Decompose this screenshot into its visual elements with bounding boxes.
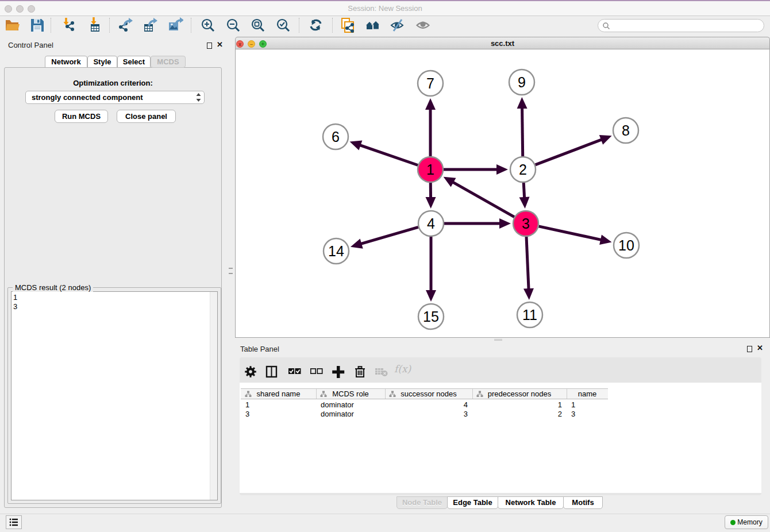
tab-edge-table[interactable]: Edge Table <box>447 496 498 509</box>
graph-node-7[interactable]: 7 <box>418 71 443 96</box>
minimize-window-icon[interactable] <box>16 5 24 13</box>
control-panel-close-icon[interactable]: ✕ <box>217 40 223 49</box>
cell-MCDS-role-row2[interactable]: dominator <box>321 410 380 419</box>
table-panel-float-icon[interactable] <box>747 346 752 352</box>
panel-splitter-handle[interactable] <box>229 268 233 274</box>
graph-node-4[interactable]: 4 <box>418 211 444 236</box>
memory-button[interactable]: Memory <box>725 515 768 529</box>
tab-network[interactable]: Network <box>45 56 87 68</box>
graph-arrowhead-1-4 <box>426 197 436 209</box>
graph-node-9[interactable]: 9 <box>509 70 534 95</box>
graph-node-1[interactable]: 1 <box>418 157 443 182</box>
select-all-icon[interactable] <box>286 364 301 379</box>
tab-select[interactable]: Select <box>117 56 151 68</box>
graph-edge-2-3[interactable] <box>523 183 524 198</box>
graph-node-6[interactable]: 6 <box>323 124 348 149</box>
cell-shared-name-row2[interactable]: 3 <box>245 410 311 419</box>
memory-status-icon <box>730 520 736 525</box>
network-window-titlebar[interactable]: scc.txt <box>235 37 770 49</box>
graph-node-label: 9 <box>518 74 526 90</box>
column-header-name[interactable]: name <box>567 389 608 399</box>
graph-node-label: 3 <box>522 215 530 232</box>
graph-edge-3-10[interactable] <box>538 226 602 240</box>
run-mcds-button[interactable]: Run MCDS <box>55 110 108 123</box>
refresh-icon[interactable] <box>308 17 324 33</box>
delete-icon[interactable] <box>352 364 367 379</box>
show-graphics-icon[interactable] <box>415 17 432 33</box>
import-table-icon[interactable] <box>87 17 103 33</box>
graph-node-label: 10 <box>618 237 634 253</box>
zoom-fit-icon[interactable] <box>250 17 266 33</box>
graph-arrowhead-2-9 <box>517 97 528 109</box>
graph-node-3[interactable]: 3 <box>513 211 538 236</box>
close-panel-button[interactable]: Close panel <box>117 110 176 123</box>
graph-node-10[interactable]: 10 <box>614 233 639 258</box>
import-network-icon[interactable] <box>62 17 78 33</box>
graph-edge-2-9[interactable] <box>522 107 523 156</box>
cell-successor-nodes-row2[interactable]: 3 <box>390 410 468 419</box>
graph-node-2[interactable]: 2 <box>510 157 536 182</box>
zoom-window-icon[interactable] <box>28 5 35 13</box>
export-image-icon[interactable] <box>167 17 183 33</box>
graph-edge-3-1[interactable] <box>452 182 514 217</box>
optimization-criterion-label: Optimization criterion: <box>4 79 222 87</box>
zoom-selected-icon[interactable] <box>275 17 291 33</box>
cell-shared-name-row1[interactable]: 1 <box>245 400 311 410</box>
cell-name-row2[interactable]: 3 <box>571 410 603 419</box>
export-network-icon[interactable] <box>117 17 133 33</box>
tab-motifs[interactable]: Motifs <box>563 496 603 509</box>
hide-graphics-icon[interactable] <box>390 17 406 33</box>
control-panel-float-icon[interactable] <box>207 43 212 49</box>
cell-MCDS-role-row1[interactable]: dominator <box>321 400 380 410</box>
search-input[interactable] <box>598 19 764 32</box>
table-panel-close-icon[interactable]: ✕ <box>757 344 763 352</box>
column-header-shared-name[interactable]: shared name <box>241 389 316 399</box>
graph-edge-4-14[interactable] <box>360 227 418 244</box>
network-document-icon[interactable] <box>340 17 356 33</box>
network-graph: 1234678910111415 <box>236 50 769 336</box>
tab-style[interactable]: Style <box>87 56 117 68</box>
graph-node-15[interactable]: 15 <box>418 304 444 329</box>
tab-node-table[interactable]: Node Table <box>396 496 448 509</box>
graph-node-14[interactable]: 14 <box>324 238 349 264</box>
graph-arrowhead-2-3 <box>519 197 530 209</box>
table-splitter-handle[interactable] <box>494 339 502 341</box>
network-canvas[interactable]: 1234678910111415 <box>235 49 770 338</box>
graph-edge-3-11[interactable] <box>526 237 529 290</box>
column-header-predecessor-nodes[interactable]: predecessor nodes <box>472 389 567 399</box>
cell-successor-nodes-row1[interactable]: 4 <box>390 400 468 410</box>
zoom-in-icon[interactable] <box>200 17 216 33</box>
task-history-button[interactable] <box>6 515 22 529</box>
mcds-result-textarea[interactable] <box>11 291 218 500</box>
cell-name-row1[interactable]: 1 <box>571 400 603 410</box>
close-window-icon[interactable] <box>5 5 12 13</box>
save-session-icon[interactable] <box>29 17 45 33</box>
delete-table-icon[interactable] <box>374 364 388 379</box>
mcds-result-scrollbar[interactable] <box>210 292 217 500</box>
open-session-icon[interactable] <box>5 17 21 33</box>
column-header-successor-nodes[interactable]: successor nodes <box>385 389 472 399</box>
optimization-criterion-select[interactable]: strongly connected component <box>25 91 205 104</box>
graph-node-11[interactable]: 11 <box>517 302 542 327</box>
tab-mcds[interactable]: MCDS <box>151 56 186 68</box>
table-panel-title: Table Panel <box>240 345 279 353</box>
graph-node-8[interactable]: 8 <box>613 118 638 143</box>
toolbar-separator <box>332 18 333 33</box>
cell-predecessor-nodes-row1[interactable]: 1 <box>477 400 562 410</box>
home-icon[interactable] <box>365 17 381 33</box>
zoom-out-icon[interactable] <box>225 17 241 33</box>
gear-icon[interactable] <box>243 364 258 379</box>
toolbar-separator <box>109 18 110 33</box>
add-icon[interactable] <box>330 364 345 379</box>
graph-edge-2-8[interactable] <box>536 140 602 165</box>
network-minimize-icon[interactable]: – <box>248 40 255 48</box>
cell-predecessor-nodes-row2[interactable]: 2 <box>477 410 562 419</box>
tab-network-table[interactable]: Network Table <box>498 496 564 509</box>
network-close-icon[interactable]: x <box>236 40 244 48</box>
graph-edge-1-6[interactable] <box>360 145 418 165</box>
deselect-all-icon[interactable] <box>308 364 323 379</box>
export-table-icon[interactable] <box>142 17 158 33</box>
column-header-MCDS-role[interactable]: MCDS role <box>316 389 385 399</box>
column-layout-icon[interactable] <box>264 364 279 379</box>
network-zoom-icon[interactable]: + <box>259 40 267 48</box>
